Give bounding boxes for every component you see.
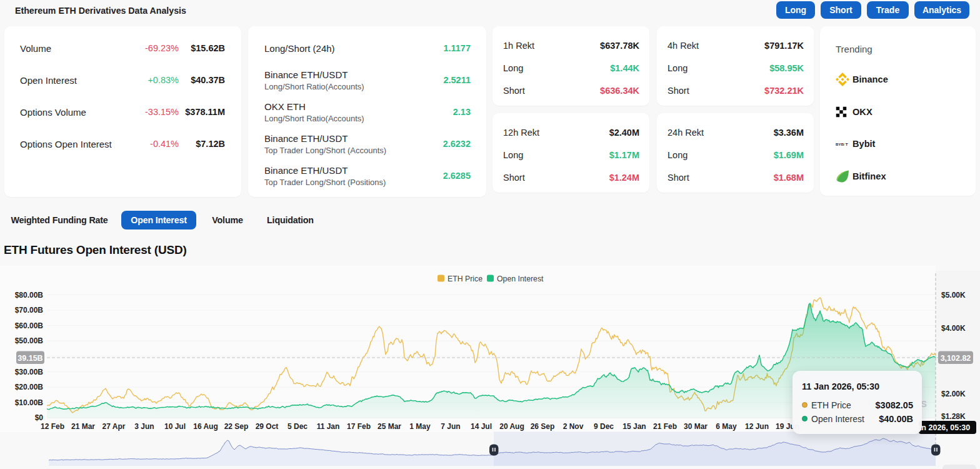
svg-text:15 Jan: 15 Jan xyxy=(622,422,646,431)
svg-text:5 Dec: 5 Dec xyxy=(288,422,308,431)
svg-text:16 Aug: 16 Aug xyxy=(193,422,218,431)
svg-text:$5.00K: $5.00K xyxy=(941,291,966,300)
svg-text:14 Jul: 14 Jul xyxy=(471,422,492,431)
svg-text:11 Jan: 11 Jan xyxy=(317,422,340,431)
svg-text:3,102.82: 3,102.82 xyxy=(941,354,971,363)
svg-text:22 Sep: 22 Sep xyxy=(224,422,249,431)
svg-text:20 Aug: 20 Aug xyxy=(499,422,524,431)
svg-text:7 Jun: 7 Jun xyxy=(441,422,460,431)
svg-text:$10.00B: $10.00B xyxy=(15,398,44,407)
svg-text:$50.00B: $50.00B xyxy=(15,336,44,345)
svg-text:30 Mar: 30 Mar xyxy=(684,422,708,431)
svg-text:$2.00K: $2.00K xyxy=(941,390,966,398)
svg-text:10 Jul: 10 Jul xyxy=(164,422,186,431)
svg-text:$30.00B: $30.00B xyxy=(15,368,44,376)
svg-text:1 May: 1 May xyxy=(409,422,431,431)
svg-text:21 Mar: 21 Mar xyxy=(71,422,95,431)
svg-text:$0: $0 xyxy=(35,413,44,422)
svg-text:26 Sep: 26 Sep xyxy=(531,422,555,431)
svg-text:2 Nov: 2 Nov xyxy=(563,422,584,431)
svg-text:17 Feb: 17 Feb xyxy=(347,422,371,431)
svg-text:12 Jun: 12 Jun xyxy=(745,422,769,431)
svg-text:$1.28K: $1.28K xyxy=(941,412,966,421)
svg-text:25 Mar: 25 Mar xyxy=(378,422,401,431)
svg-text:29 Oct: 29 Oct xyxy=(256,422,279,431)
svg-text:$80.00B: $80.00B xyxy=(15,291,44,300)
svg-text:27 Apr: 27 Apr xyxy=(102,422,126,431)
svg-text:6 May: 6 May xyxy=(716,422,737,431)
svg-text:Open Interest: Open Interest xyxy=(497,275,544,283)
svg-text:21 Feb: 21 Feb xyxy=(653,422,677,431)
svg-text:ETH Price: ETH Price xyxy=(448,275,482,283)
svg-text:$70.00B: $70.00B xyxy=(15,306,44,315)
svg-text:3 Jun: 3 Jun xyxy=(134,422,154,431)
svg-text:$20.00B: $20.00B xyxy=(15,383,44,391)
svg-text:12 Feb: 12 Feb xyxy=(41,422,64,431)
svg-text:$4.00K: $4.00K xyxy=(941,324,966,333)
svg-text:$60.00B: $60.00B xyxy=(15,321,44,330)
svg-text:39.15B: 39.15B xyxy=(18,354,42,363)
svg-text:9 Dec: 9 Dec xyxy=(594,422,614,431)
